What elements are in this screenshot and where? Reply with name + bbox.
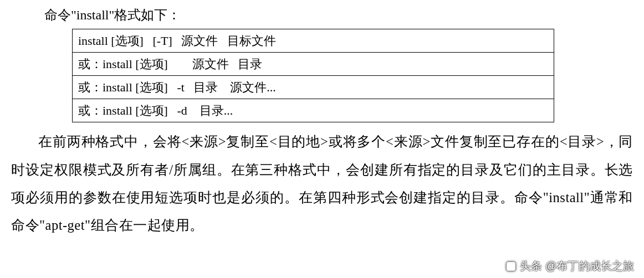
syntax-cell: 或：install [选项] -t 目录 源文件... bbox=[73, 76, 554, 99]
syntax-cell: 或：install [选项] -d 目录... bbox=[73, 99, 554, 122]
syntax-cell: 或：install [选项] 源文件 目录 bbox=[73, 53, 554, 76]
table-row: install [选项] [-T] 源文件 目标文件 bbox=[73, 29, 554, 53]
table-row: 或：install [选项] -d 目录... bbox=[73, 99, 554, 122]
intro-text: 命令"install"格式如下： bbox=[11, 4, 633, 25]
body-paragraph: 在前两种格式中，会将<来源>复制至<目的地>或将多个<来源>文件复制至已存在的<… bbox=[11, 128, 633, 239]
svg-rect-0 bbox=[507, 261, 516, 271]
toutiao-icon bbox=[505, 261, 517, 272]
syntax-table: install [选项] [-T] 源文件 目标文件 或：install [选项… bbox=[72, 29, 554, 122]
watermark-text: 头条 @布丁的成长之旅 bbox=[520, 259, 634, 274]
table-row: 或：install [选项] -t 目录 源文件... bbox=[73, 76, 554, 99]
table-row: 或：install [选项] 源文件 目录 bbox=[73, 53, 554, 76]
watermark: 头条 @布丁的成长之旅 bbox=[505, 259, 634, 274]
syntax-cell: install [选项] [-T] 源文件 目标文件 bbox=[73, 29, 554, 53]
